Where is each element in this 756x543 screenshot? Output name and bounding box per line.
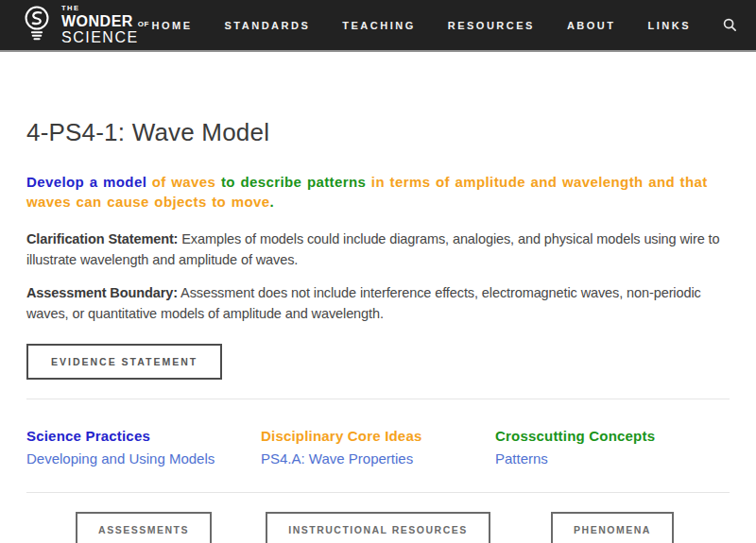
statement-segment-dci: of waves <box>146 174 221 190</box>
clarification-label: Clarification Statement: <box>26 231 178 246</box>
resource-buttons-row: ASSESSMENTS INSTRUCTIONAL RESOURCES PHEN… <box>26 512 730 543</box>
logo-word-of: OF <box>138 20 149 28</box>
top-nav-bar: THE WONDER OF SCIENCE HOME STANDARDS TEA… <box>0 0 756 52</box>
page-content: 4-PS4-1: Wave Model Develop a model of w… <box>0 118 756 543</box>
evidence-statement-button[interactable]: EVIDENCE STATEMENT <box>26 344 222 380</box>
nav-item-home[interactable]: HOME <box>152 20 193 31</box>
performance-expectation-statement: Develop a model of waves to describe pat… <box>26 172 730 212</box>
science-practices-link[interactable]: Developing and Using Models <box>26 450 215 467</box>
section-divider <box>26 399 730 399</box>
assessment-boundary: Assessment Boundary: Assessment does not… <box>26 282 730 325</box>
clarification-statement: Clarification Statement: Examples of mod… <box>26 229 730 271</box>
nav-item-teaching[interactable]: TEACHING <box>342 20 415 31</box>
phenomena-button[interactable]: PHENOMENA <box>551 512 674 543</box>
nav-item-about[interactable]: ABOUT <box>567 20 616 31</box>
nav-item-standards[interactable]: STANDARDS <box>225 20 311 31</box>
nav-item-links[interactable]: LINKS <box>648 20 692 31</box>
logo-word-the: THE <box>61 5 149 12</box>
statement-segment-ccc: to describe patterns <box>221 174 366 190</box>
page-title: 4-PS4-1: Wave Model <box>26 118 730 147</box>
search-icon[interactable] <box>723 18 737 32</box>
nav-item-resources[interactable]: RESOURCES <box>448 20 535 31</box>
dimension-columns: Science Practices Developing and Using M… <box>26 428 730 467</box>
assessment-boundary-label: Assessment Boundary: <box>26 285 178 300</box>
assessments-button[interactable]: ASSESSMENTS <box>76 512 212 543</box>
disciplinary-core-ideas-column: Disciplinary Core Ideas PS4.A: Wave Prop… <box>261 428 495 467</box>
disciplinary-core-ideas-link[interactable]: PS4.A: Wave Properties <box>261 450 413 467</box>
crosscutting-concepts-heading: Crosscutting Concepts <box>495 428 730 444</box>
logo-word-wonder: WONDER <box>61 13 133 29</box>
science-practices-heading: Science Practices <box>26 428 261 444</box>
section-divider <box>26 492 730 493</box>
disciplinary-core-ideas-heading: Disciplinary Core Ideas <box>261 428 495 444</box>
main-nav: HOME STANDARDS TEACHING RESOURCES ABOUT … <box>152 18 738 32</box>
site-logo[interactable]: THE WONDER OF SCIENCE <box>21 5 149 46</box>
statement-segment-period: . <box>270 194 275 210</box>
crosscutting-concepts-link[interactable]: Patterns <box>495 450 548 467</box>
instructional-resources-button[interactable]: INSTRUCTIONAL RESOURCES <box>266 512 490 543</box>
crosscutting-concepts-column: Crosscutting Concepts Patterns <box>495 428 730 467</box>
site-logo-text: THE WONDER OF SCIENCE <box>61 5 149 45</box>
logo-word-science: SCIENCE <box>61 30 149 45</box>
statement-segment-practice: Develop a model <box>26 174 146 190</box>
science-practices-column: Science Practices Developing and Using M… <box>26 428 261 467</box>
lightbulb-wave-icon <box>21 5 53 46</box>
